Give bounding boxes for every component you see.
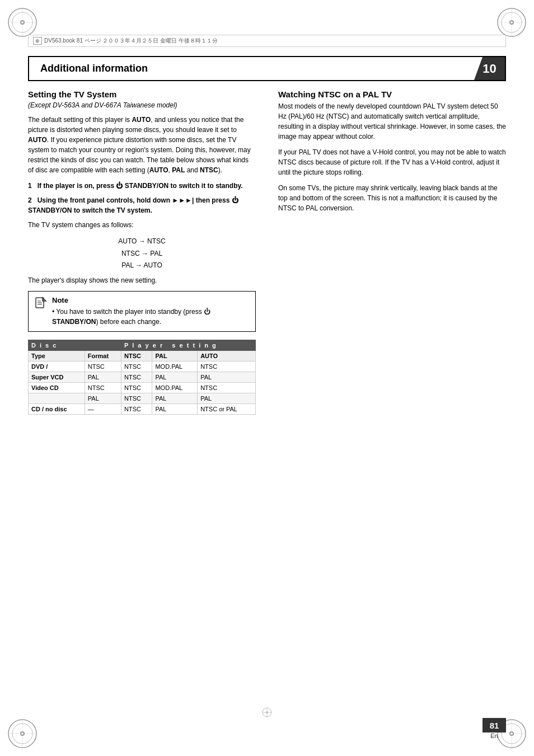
col-type: Type (29, 350, 85, 361)
table-player-header: P l a y e r s e t t i n g (121, 340, 256, 350)
cell-ntsc: NTSC (121, 382, 152, 393)
left-section-paragraph-1: The default setting of this player is AU… (28, 115, 256, 175)
left-column: Setting the TV System (Except DV-563A an… (28, 90, 256, 700)
note-label: Note (52, 296, 250, 304)
cell-pal: MOD.PAL (152, 361, 198, 372)
table-row: Video CD NTSC NTSC MOD.PAL NTSC (29, 382, 256, 393)
step-2: 2 Using the front panel controls, hold d… (28, 195, 256, 215)
corner-decoration-tr (495, 6, 528, 39)
right-paragraph-1: Most models of the newly developed count… (278, 101, 506, 142)
print-info-text: DV563.book 81 ページ ２００３年４月２５日 金曜日 午後８時１１分 (44, 37, 218, 45)
table-disc-header: D i s c (29, 340, 121, 350)
table-row: CD / no disc — NTSC PAL NTSC or PAL (29, 403, 256, 414)
player-display-text: The player's display shows the new setti… (28, 276, 256, 284)
right-column: Watching NTSC on a PAL TV Most models of… (278, 90, 506, 700)
cell-pal: MOD.PAL (152, 382, 198, 393)
footer: 81 En (483, 718, 506, 739)
col-auto: AUTO (198, 350, 256, 361)
left-section-heading: Setting the TV System (28, 90, 256, 99)
corner-decoration-tl (6, 6, 39, 39)
left-section-subheading: (Except DV-563A and DV-667A Taiwanese mo… (28, 101, 256, 109)
cell-auto: NTSC (198, 361, 256, 372)
note-icon (34, 296, 48, 311)
table-row: DVD / NTSC NTSC MOD.PAL NTSC (29, 361, 256, 372)
svg-point-17 (21, 732, 24, 735)
cell-format: NTSC (85, 361, 121, 372)
cell-auto: PAL (198, 393, 256, 403)
table-row: Super VCD PAL NTSC PAL PAL (29, 372, 256, 382)
cell-ntsc: NTSC (121, 393, 152, 403)
note-content: Note • You have to switch the player int… (52, 296, 250, 327)
cell-type: Video CD (29, 382, 85, 393)
svg-point-5 (21, 21, 24, 24)
right-paragraph-2: If your PAL TV does not have a V-Hold co… (278, 147, 506, 177)
cell-pal: PAL (152, 393, 198, 403)
page-number: 81 (483, 718, 506, 732)
cell-format: — (85, 403, 121, 414)
col-pal: PAL (152, 350, 198, 361)
right-paragraph-3: On some TVs, the picture may shrink vert… (278, 183, 506, 213)
system-chain-1: AUTO → NTSC (28, 236, 256, 248)
system-chain: AUTO → NTSC NTSC → PAL PAL → AUTO (28, 236, 256, 272)
cell-ntsc: NTSC (121, 403, 152, 414)
chapter-number: 10 (474, 57, 505, 80)
cell-format: PAL (85, 393, 121, 403)
corner-decoration-bl (6, 717, 39, 750)
svg-point-23 (510, 732, 513, 735)
cell-pal: PAL (152, 372, 198, 382)
table-row: PAL NTSC PAL PAL (29, 393, 256, 403)
cell-type: DVD / (29, 361, 85, 372)
note-text: • You have to switch the player into sta… (52, 307, 250, 327)
disc-table: D i s c P l a y e r s e t t i n g Type F… (28, 340, 256, 415)
page-lang: En (490, 732, 498, 739)
cell-auto: NTSC (198, 382, 256, 393)
cell-auto: NTSC or PAL (198, 403, 256, 414)
cell-format: PAL (85, 372, 121, 382)
chapter-title: Additional information (29, 63, 474, 74)
bottom-center-mark (261, 707, 273, 720)
cell-format: NTSC (85, 382, 121, 393)
svg-point-31 (266, 711, 268, 713)
print-info-bar: ⊕ DV563.book 81 ページ ２００３年４月２５日 金曜日 午後８時１… (28, 35, 506, 47)
cell-type (29, 393, 85, 403)
step-1: 1 If the player is on, press ⏻ STANDBY/O… (28, 181, 256, 191)
cell-ntsc: NTSC (121, 361, 152, 372)
cell-pal: PAL (152, 403, 198, 414)
col-ntsc: NTSC (121, 350, 152, 361)
system-chain-2: NTSC → PAL (28, 248, 256, 260)
cell-ntsc: NTSC (121, 372, 152, 382)
cell-auto: PAL (198, 372, 256, 382)
system-change-label: The TV system changes as follows: (28, 220, 256, 230)
note-box: Note • You have to switch the player int… (28, 291, 256, 332)
cell-type: Super VCD (29, 372, 85, 382)
right-section-heading: Watching NTSC on a PAL TV (278, 90, 506, 99)
main-content: Setting the TV System (Except DV-563A an… (28, 90, 506, 700)
svg-point-11 (510, 21, 513, 24)
chapter-header: Additional information 10 (28, 56, 506, 81)
cell-type: CD / no disc (29, 403, 85, 414)
system-chain-3: PAL → AUTO (28, 260, 256, 272)
col-format: Format (85, 350, 121, 361)
